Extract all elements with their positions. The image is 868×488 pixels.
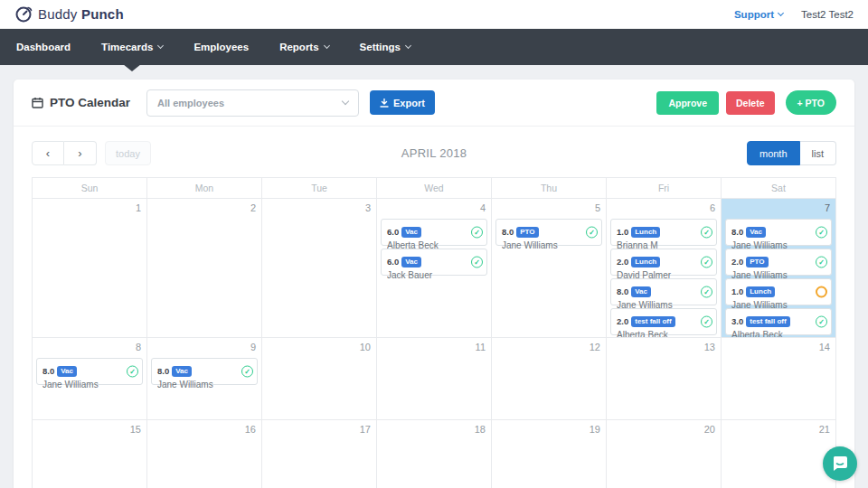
event-type-badge: Vac <box>746 227 766 238</box>
event-type-badge: Lunch <box>631 257 660 267</box>
event-employee-name: Jane Williams <box>42 380 124 389</box>
day-cell-today[interactable]: 78.0VacJane Williams✓2.0PTOJane Williams… <box>722 199 836 338</box>
event-type-badge: Vac <box>172 366 192 377</box>
day-cell[interactable]: 15 <box>33 420 147 488</box>
nav-item-timecards[interactable]: Timecards <box>101 29 163 65</box>
export-button[interactable]: Export <box>370 90 435 115</box>
delete-button[interactable]: Delete <box>726 91 775 115</box>
event-hours: 3.0 <box>731 316 743 326</box>
view-month-button[interactable]: month <box>747 141 800 165</box>
cell-date: 14 <box>819 342 830 352</box>
event-hours: 8.0 <box>731 227 743 237</box>
cell-date: 5 <box>595 202 600 213</box>
pto-event[interactable]: 2.0PTOJane Williams✓ <box>725 249 832 276</box>
day-cell[interactable]: 13 <box>607 338 722 420</box>
cell-date: 10 <box>360 342 371 352</box>
cell-date: 3 <box>365 202 371 213</box>
support-menu[interactable]: Support <box>734 9 783 20</box>
pto-event[interactable]: 3.0test fall offAlberta Beck✓ <box>725 308 832 335</box>
pto-event[interactable]: 8.0VacJane Williams✓ <box>725 219 832 246</box>
approve-button[interactable]: Approve <box>656 91 719 115</box>
event-type-badge: Vac <box>401 257 421 267</box>
event-hours: 1.0 <box>731 286 743 296</box>
cell-date: 16 <box>245 424 256 435</box>
day-cell[interactable]: 88.0VacJane Williams✓ <box>33 338 147 420</box>
week-row: 88.0VacJane Williams✓98.0VacJane William… <box>33 338 836 420</box>
day-cell[interactable]: 61.0LunchBrianna M✓2.0LunchDavid Palmer✓… <box>607 199 722 338</box>
cell-date: 15 <box>130 424 141 435</box>
view-list-button[interactable]: list <box>800 141 836 165</box>
day-cell[interactable]: 19 <box>492 420 607 488</box>
pto-event[interactable]: 1.0LunchBrianna M✓ <box>610 219 717 246</box>
day-cell[interactable]: 21 <box>722 420 836 488</box>
pto-event[interactable]: 8.0VacJane Williams✓ <box>151 358 258 385</box>
event-type-badge: PTO <box>516 227 538 238</box>
top-header: Buddy Punch Support Test2 Test2 <box>0 0 868 29</box>
nav-item-employees[interactable]: Employees <box>193 29 249 65</box>
view-toggle: month list <box>747 141 836 165</box>
cell-date: 19 <box>590 424 600 435</box>
pto-event[interactable]: 2.0LunchDavid Palmer✓ <box>610 249 717 276</box>
event-type-badge: PTO <box>746 257 768 267</box>
pto-event[interactable]: 6.0VacJack Bauer✓ <box>381 249 487 276</box>
week-row: 12346.0VacAlberta Beck✓6.0VacJack Bauer✓… <box>33 199 836 338</box>
day-cell[interactable]: 20 <box>607 420 722 488</box>
approved-check-icon: ✓ <box>586 227 598 239</box>
event-employee-name: Jane Williams <box>502 240 583 250</box>
event-hours: 8.0 <box>157 366 169 376</box>
download-icon <box>380 99 389 108</box>
day-cell[interactable]: 46.0VacAlberta Beck✓6.0VacJack Bauer✓ <box>377 199 492 338</box>
event-employee-name: Alberta Beck <box>731 330 813 338</box>
day-cell[interactable]: 1 <box>33 199 147 338</box>
event-employee-name: Alberta Beck <box>617 330 698 338</box>
event-hours: 8.0 <box>502 227 514 237</box>
support-label: Support <box>734 9 774 20</box>
day-cell[interactable]: 16 <box>147 420 262 488</box>
nav-item-dashboard[interactable]: Dashboard <box>16 29 71 65</box>
day-cell[interactable]: 98.0VacJane Williams✓ <box>147 338 262 420</box>
event-hours: 2.0 <box>731 257 743 267</box>
pto-event[interactable]: 6.0VacAlberta Beck✓ <box>381 219 487 246</box>
pto-event[interactable]: 8.0PTOJane Williams✓ <box>495 219 602 246</box>
event-type-badge: Lunch <box>746 286 775 297</box>
day-cell[interactable]: 10 <box>262 338 377 420</box>
chevron-down-icon <box>157 42 164 49</box>
day-cell[interactable]: 11 <box>377 338 492 420</box>
user-menu[interactable]: Test2 Test2 <box>801 9 854 20</box>
day-header: Sat <box>722 178 836 199</box>
event-type-badge: test fall off <box>746 316 789 327</box>
event-hours: 6.0 <box>387 257 399 267</box>
day-cell[interactable]: 58.0PTOJane Williams✓ <box>492 199 607 338</box>
nav-label: Reports <box>279 42 318 52</box>
day-cell[interactable]: 3 <box>262 199 377 338</box>
day-cell[interactable]: 17 <box>262 420 377 488</box>
brand-logo[interactable]: Buddy Punch <box>14 5 124 23</box>
approved-check-icon: ✓ <box>701 227 712 239</box>
day-cell[interactable]: 18 <box>377 420 492 488</box>
add-pto-button[interactable]: + PTO <box>786 90 836 115</box>
calendar-grid: SunMonTueWedThuFriSat 12346.0VacAlberta … <box>32 177 836 488</box>
chat-launcher-button[interactable] <box>823 446 857 481</box>
pto-event[interactable]: 1.0LunchJane Williams <box>725 278 832 305</box>
main-navbar: Dashboard Timecards Employees Reports Se… <box>0 29 868 65</box>
event-hours: 1.0 <box>617 227 628 237</box>
chat-bubble-icon <box>832 455 848 472</box>
pto-event[interactable]: 8.0VacJane Williams✓ <box>610 278 717 305</box>
nav-item-settings[interactable]: Settings <box>360 29 410 65</box>
approved-check-icon: ✓ <box>471 227 483 239</box>
pto-event[interactable]: 2.0test fall offAlberta Beck✓ <box>610 308 717 335</box>
pending-circle-icon <box>816 286 827 298</box>
nav-item-reports[interactable]: Reports <box>279 29 328 65</box>
month-title: APRIL 2018 <box>32 146 836 160</box>
calendar-toolbar: PTO Calendar All employees Export Approv… <box>14 80 854 127</box>
day-header: Sun <box>33 178 147 199</box>
day-cell[interactable]: 12 <box>492 338 607 420</box>
cell-date: 17 <box>360 424 371 435</box>
event-type-badge: Vac <box>631 286 651 297</box>
employee-filter-select[interactable]: All employees <box>146 89 359 117</box>
day-cell[interactable]: 14 <box>722 338 836 420</box>
cell-date: 4 <box>480 202 486 213</box>
pto-event[interactable]: 8.0VacJane Williams✓ <box>36 358 143 385</box>
day-cell[interactable]: 2 <box>147 199 262 338</box>
cell-date: 18 <box>475 424 486 435</box>
